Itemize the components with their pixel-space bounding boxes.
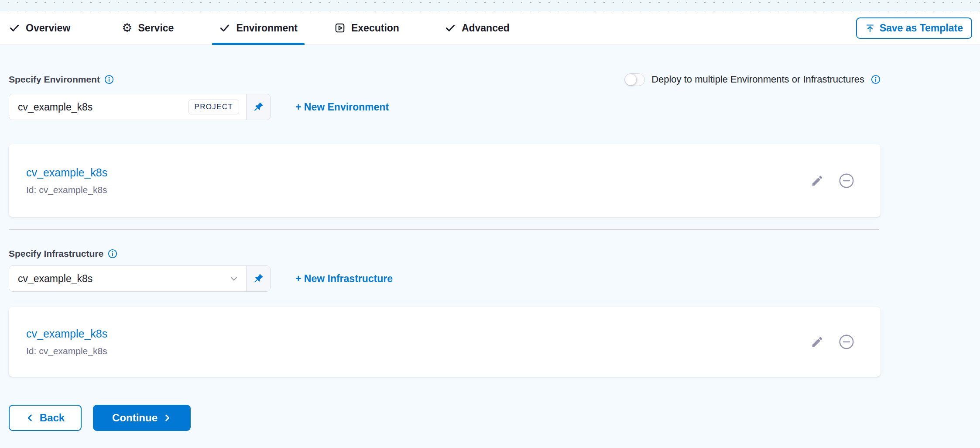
pin-infrastructure-button[interactable] (246, 266, 270, 291)
info-icon[interactable] (108, 249, 117, 258)
remove-environment-button[interactable] (837, 171, 856, 190)
pipeline-canvas-dotted-strip (0, 0, 980, 11)
infrastructure-select-value: cv_example_k8s (18, 273, 220, 285)
pencil-icon (811, 335, 824, 348)
environment-card: cv_example_k8s Id: cv_example_k8s (9, 144, 881, 217)
continue-button-label: Continue (112, 412, 158, 424)
tab-execution[interactable]: Execution (334, 11, 399, 45)
edit-infrastructure-button[interactable] (809, 334, 826, 350)
edit-environment-button[interactable] (809, 172, 826, 189)
save-as-template-button[interactable]: Save as Template (856, 17, 972, 39)
check-icon (219, 22, 230, 34)
environment-select-group: cv_example_k8s PROJECT (9, 94, 271, 120)
environment-card-name-link[interactable]: cv_example_k8s (26, 166, 107, 179)
multi-environment-toggle[interactable] (624, 73, 645, 86)
minus-circle-icon (839, 334, 854, 350)
infrastructure-select[interactable]: cv_example_k8s (9, 266, 246, 291)
tab-label: Advanced (462, 22, 510, 34)
specify-infrastructure-label: Specify Infrastructure (9, 248, 103, 259)
tab-advanced[interactable]: Advanced (445, 11, 510, 45)
section-divider (9, 229, 879, 230)
tab-overview[interactable]: Overview (9, 11, 70, 45)
pin-icon (253, 101, 264, 113)
check-icon (445, 22, 456, 34)
tab-service[interactable]: ⚙ Service (122, 11, 174, 45)
multi-environment-toggle-label: Deploy to multiple Environments or Infra… (651, 74, 864, 85)
back-button-label: Back (40, 412, 65, 424)
stage-tabbar: Overview ⚙ Service Environment Execution… (0, 11, 980, 45)
environment-stage-panel: Specify Environment Deploy to multiple E… (0, 72, 889, 431)
chevron-left-icon (26, 414, 34, 422)
pin-icon (253, 273, 264, 284)
new-infrastructure-link[interactable]: + New Infrastructure (295, 273, 393, 285)
infrastructure-card-id: Id: cv_example_k8s (26, 346, 107, 356)
upload-icon (865, 24, 875, 33)
environment-input-value: cv_example_k8s (18, 101, 183, 113)
tab-label: Execution (351, 22, 399, 34)
tab-label: Environment (236, 22, 298, 34)
remove-infrastructure-button[interactable] (837, 332, 856, 352)
scope-badge: PROJECT (188, 100, 239, 114)
infrastructure-card-name-link[interactable]: cv_example_k8s (26, 327, 107, 340)
infrastructure-select-group: cv_example_k8s (9, 265, 271, 292)
tab-label: Overview (26, 22, 70, 34)
continue-button[interactable]: Continue (93, 405, 191, 431)
execution-icon (334, 22, 346, 34)
new-environment-link[interactable]: + New Environment (295, 101, 389, 113)
pin-environment-button[interactable] (246, 94, 270, 120)
minus-circle-icon (839, 173, 854, 189)
tab-environment[interactable]: Environment (212, 11, 305, 45)
check-icon (9, 22, 20, 34)
environment-input[interactable]: cv_example_k8s PROJECT (9, 94, 246, 120)
info-icon[interactable] (104, 75, 114, 84)
back-button[interactable]: Back (9, 405, 82, 431)
tab-label: Service (138, 22, 174, 34)
toggle-knob (625, 74, 636, 85)
infrastructure-card: cv_example_k8s Id: cv_example_k8s (9, 307, 881, 377)
pencil-icon (811, 174, 824, 187)
chevron-right-icon (163, 414, 171, 422)
specify-environment-label: Specify Environment (9, 74, 100, 85)
save-as-template-label: Save as Template (880, 22, 963, 34)
info-icon[interactable] (871, 75, 881, 84)
chevron-down-icon (229, 273, 239, 284)
gear-icon: ⚙ (122, 22, 132, 34)
environment-card-id: Id: cv_example_k8s (26, 185, 107, 195)
